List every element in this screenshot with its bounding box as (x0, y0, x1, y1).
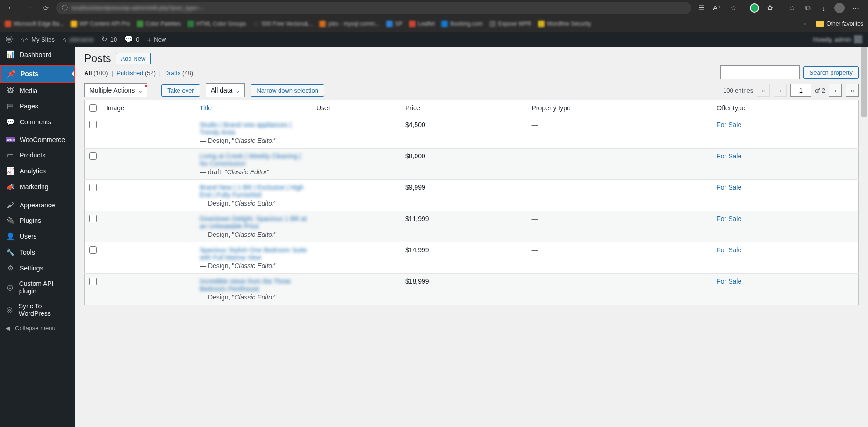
url-text: localhost/wordpress/wp-admin/edit.php?po… (72, 5, 204, 11)
bookmarks-overflow-icon[interactable]: › (804, 21, 810, 27)
post-title-link[interactable]: Downtown Delight: Spacious 1 BR at an Un… (200, 215, 307, 230)
sidebar-item-custom-api-plugin[interactable]: ◎Custom API plugin (0, 276, 75, 299)
filter-drafts[interactable]: Drafts (165, 70, 181, 77)
reload-button[interactable]: ⟳ (40, 2, 51, 14)
bookmark-item[interactable]: Expose WPR (489, 21, 531, 27)
post-title-link[interactable]: Spacious Stylish One Bedroom Suite with … (200, 246, 307, 261)
offer-type-link[interactable]: For Sale (717, 246, 741, 254)
favorites-icon[interactable]: ☆ (787, 3, 797, 13)
wp-logo-button[interactable]: ⓦ (6, 35, 13, 44)
scrollbar-thumb[interactable] (861, 47, 867, 117)
row-title-cell: Downtown Delight: Spacious 1 BR at an Un… (195, 211, 312, 242)
sidebar-item-label: Sync To WordPress (19, 302, 69, 317)
read-aloud-icon[interactable]: A⁺ (712, 3, 722, 13)
all-data-dropdown[interactable]: All data ⌄ (206, 83, 245, 97)
search-property-button[interactable]: Search property (803, 66, 859, 79)
offer-type-link[interactable]: For Sale (717, 278, 741, 285)
sidebar-item-pages[interactable]: ▤Pages (0, 98, 75, 114)
bookmark-item[interactable]: 500 Free Vectors&... (253, 21, 313, 27)
row-checkbox[interactable] (89, 184, 97, 191)
bookmark-item[interactable]: Wordfine Security (538, 21, 591, 27)
row-checkbox[interactable] (89, 246, 97, 254)
col-title[interactable]: Title (195, 100, 312, 117)
row-image-cell (101, 149, 195, 180)
favorite-star-icon[interactable]: ☆ (728, 3, 738, 13)
page-number-input[interactable] (790, 84, 811, 97)
site-home-button[interactable]: ⌂sitename (62, 36, 94, 43)
vertical-scrollbar[interactable] (861, 47, 868, 427)
sidebar-item-label: Analytics (20, 167, 46, 175)
add-new-button[interactable]: Add New (116, 53, 151, 64)
bookmark-item[interactable]: Booking.com (441, 21, 482, 27)
row-checkbox[interactable] (89, 152, 97, 160)
user-menu[interactable]: Howdy, admin (813, 35, 862, 43)
row-checkbox[interactable] (89, 278, 97, 285)
bookmark-item[interactable]: HTML Color Groups (187, 21, 246, 27)
offer-type-link[interactable]: For Sale (717, 152, 741, 160)
bookmark-item[interactable]: Color Palettes (137, 21, 181, 27)
collapse-menu-button[interactable]: ◀ Collapse menu (0, 321, 75, 335)
table-row: Brand New | 1 BR | Exclusive | High End … (85, 180, 859, 211)
sidebar-item-plugins[interactable]: 🔌Plugins (0, 213, 75, 228)
bookmark-item[interactable]: jobs - mysql comm... (319, 21, 380, 27)
sidebar-item-posts[interactable]: 📌Posts (0, 65, 75, 83)
post-title-link[interactable]: Studio | Brand new appliances | Trendy A… (200, 121, 307, 136)
last-page-button[interactable]: » (846, 84, 859, 97)
sidebar-item-woocommerce[interactable]: wooWooCommerce (0, 132, 75, 147)
updates-button[interactable]: ↻10 (101, 35, 117, 43)
filter-published[interactable]: Published (116, 70, 143, 77)
new-content-button[interactable]: +New (147, 36, 166, 43)
bookmark-item[interactable]: Microsoft Edge Ba... (5, 21, 64, 27)
offer-type-link[interactable]: For Sale (717, 184, 741, 191)
search-input[interactable] (720, 65, 800, 79)
offer-type-link[interactable]: For Sale (717, 215, 741, 222)
row-checkbox[interactable] (89, 121, 97, 128)
offer-type-link[interactable]: For Sale (717, 121, 741, 128)
filter-all[interactable]: All (84, 70, 92, 77)
row-checkbox[interactable] (89, 215, 97, 222)
row-offer-cell: For Sale (712, 274, 858, 305)
sidebar-item-label: Pages (20, 102, 38, 110)
row-price-cell: $8,000 (401, 149, 527, 180)
comments-button[interactable]: 💬0 (124, 35, 139, 43)
take-over-button[interactable]: Take over (161, 84, 200, 97)
url-bar[interactable]: ⓘ localhost/wordpress/wp-admin/edit.php?… (56, 2, 691, 14)
sidebar-item-comments[interactable]: 💬Comments (0, 114, 75, 130)
post-title-link[interactable]: Incredible views from the Three Bedroom … (200, 278, 307, 292)
row-user-cell (312, 211, 401, 242)
other-favorites-button[interactable]: Other favorites (816, 21, 863, 27)
multiple-actions-dropdown[interactable]: Multiple Actions ⌄ (84, 83, 147, 97)
sidebar-item-tools[interactable]: 🔧Tools (0, 244, 75, 260)
collections-icon[interactable]: ⧉ (803, 3, 813, 13)
bookmark-item[interactable]: SP (386, 21, 402, 27)
col-user: User (312, 100, 401, 117)
more-menu-icon[interactable]: ⋯ (850, 3, 861, 13)
sidebar-item-analytics[interactable]: 📈Analytics (0, 163, 75, 179)
narrow-down-button[interactable]: Narrow down selection (251, 84, 324, 97)
select-all-checkbox[interactable] (89, 104, 97, 112)
toolbar-grid-icon[interactable]: ☰ (696, 3, 706, 13)
nav-back-button[interactable]: ← (5, 1, 18, 14)
next-page-button[interactable]: › (829, 84, 842, 97)
sidebar-item-label: Custom API plugin (19, 280, 69, 295)
sidebar-item-media[interactable]: 🖼Media (0, 83, 75, 98)
post-title-link[interactable]: Brand New | 1 BR | Exclusive | High End … (200, 184, 307, 199)
nav-forward-button[interactable]: → (22, 1, 36, 14)
select-all-header[interactable] (85, 100, 102, 117)
my-sites-button[interactable]: ⌂⌂My Sites (20, 36, 55, 43)
sidebar-item-sync-to-wordpress[interactable]: ◎Sync To WordPress (0, 299, 75, 321)
sidebar-item-dashboard[interactable]: 📊Dashboard (0, 47, 75, 63)
profile-avatar[interactable] (834, 3, 845, 13)
sidebar-item-appearance[interactable]: 🖌Appearance (0, 197, 75, 213)
bookmark-item[interactable]: WP Content API Pro (71, 21, 130, 27)
sidebar-item-marketing[interactable]: 📣Marketing (0, 179, 75, 195)
sidebar-item-settings[interactable]: ⚙Settings (0, 260, 75, 276)
grammarly-extension-icon[interactable] (750, 3, 759, 13)
post-title-link[interactable]: Living at Creek | Weekly Cleaning | No C… (200, 152, 307, 167)
sidebar-item-products[interactable]: ▭Products (0, 147, 75, 163)
extensions-icon[interactable]: ✿ (765, 3, 775, 13)
downloads-icon[interactable]: ↓ (818, 3, 829, 13)
prev-page-button: ‹ (774, 84, 787, 97)
sidebar-item-users[interactable]: 👤Users (0, 228, 75, 244)
bookmark-item[interactable]: Leaflet (409, 21, 435, 27)
